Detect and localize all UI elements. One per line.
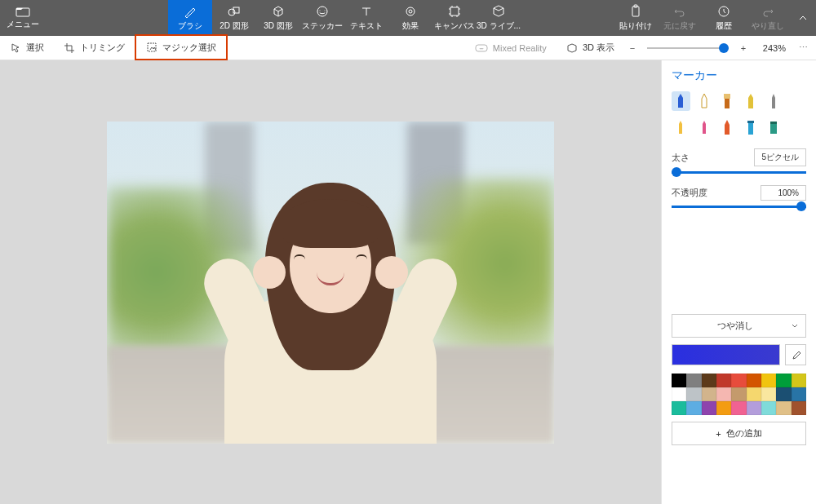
color-swatch[interactable] <box>731 387 746 401</box>
panel-title: マーカー <box>672 69 806 83</box>
history-icon <box>716 4 731 19</box>
menu-button[interactable]: メニュー <box>0 0 46 36</box>
color-swatch[interactable] <box>761 374 776 387</box>
color-swatch[interactable] <box>747 401 761 415</box>
sticker-icon <box>315 4 330 19</box>
crop-icon <box>64 42 75 54</box>
tab-2d-shapes[interactable]: 2D 図形 <box>212 0 256 36</box>
redo-icon <box>761 4 775 19</box>
color-swatch[interactable] <box>731 401 746 415</box>
color-swatch[interactable] <box>776 387 791 401</box>
tab-canvas[interactable]: キャンバス <box>432 0 477 36</box>
tool-oil-brush[interactable] <box>718 91 737 111</box>
svg-rect-15 <box>747 121 754 123</box>
color-swatch[interactable] <box>747 374 761 387</box>
opacity-value[interactable]: 100% <box>761 185 806 201</box>
paste-icon <box>628 4 643 19</box>
magic-select-button[interactable]: マジック選択 <box>135 34 228 60</box>
color-swatch[interactable] <box>716 387 731 401</box>
current-color[interactable] <box>672 344 780 365</box>
3d-view-button[interactable]: 3D 表示 <box>557 36 624 60</box>
redo-button[interactable]: やり直し <box>746 0 790 36</box>
history-button[interactable]: 履歴 <box>702 0 746 36</box>
tool-pencil[interactable] <box>765 91 783 111</box>
crop-button[interactable]: トリミング <box>54 36 135 60</box>
library-icon <box>491 4 506 19</box>
thickness-value[interactable]: 5ピクセル <box>754 148 806 166</box>
thickness-slider[interactable] <box>672 171 806 174</box>
color-swatch[interactable] <box>761 401 776 415</box>
color-swatch[interactable] <box>672 387 686 401</box>
label: 選択 <box>26 42 44 54</box>
tab-text[interactable]: テキスト <box>344 0 388 36</box>
color-swatch[interactable] <box>686 401 701 415</box>
more-button[interactable]: ⋯ <box>791 42 816 53</box>
zoom-out-button[interactable]: − <box>624 43 641 53</box>
color-swatch[interactable] <box>776 374 791 387</box>
image-canvas[interactable] <box>107 122 554 444</box>
svg-point-1 <box>228 9 235 15</box>
tool-pixel-pen[interactable] <box>672 117 690 137</box>
color-swatch[interactable] <box>672 374 686 387</box>
select-button[interactable]: 選択 <box>0 36 54 60</box>
canvas-area[interactable] <box>0 60 661 504</box>
mixed-reality-button: Mixed Reality <box>465 36 557 60</box>
tab-brush[interactable]: ブラシ <box>168 0 212 36</box>
color-swatch[interactable] <box>686 387 701 401</box>
tool-calligraphy[interactable] <box>695 91 714 111</box>
zoom-in-button[interactable]: + <box>735 43 752 53</box>
shapes-2d-icon <box>227 4 242 19</box>
color-swatch[interactable] <box>686 374 701 387</box>
label: マジック選択 <box>162 42 216 54</box>
folder-icon <box>16 6 30 17</box>
tool-marker[interactable] <box>672 91 690 111</box>
add-color-button[interactable]: + 色の追加 <box>672 422 806 445</box>
current-color-row <box>672 344 806 365</box>
eyedropper-icon <box>790 349 801 360</box>
thickness-label: 太さ <box>672 152 690 164</box>
sub-toolbar: 選択 トリミング マジック選択 Mixed Reality 3D 表示 − + … <box>0 36 816 60</box>
tab-3d-shapes[interactable]: 3D 図形 <box>256 0 300 36</box>
undo-icon <box>672 4 687 19</box>
svg-rect-17 <box>770 122 777 124</box>
label: 履歴 <box>716 20 732 32</box>
finish-dropdown[interactable]: つや消し <box>672 314 806 338</box>
svg-rect-7 <box>632 7 639 16</box>
color-swatch[interactable] <box>731 374 746 387</box>
collapse-button[interactable] <box>790 0 816 36</box>
tool-fill[interactable] <box>742 117 761 137</box>
tab-stickers[interactable]: ステッカー <box>300 0 344 36</box>
svg-point-4 <box>406 7 415 15</box>
zoom-slider[interactable] <box>647 47 729 49</box>
slider-thumb[interactable] <box>719 43 729 53</box>
color-swatch[interactable] <box>792 401 806 415</box>
color-swatch[interactable] <box>776 401 791 415</box>
tool-crayon[interactable] <box>695 117 714 137</box>
color-swatch[interactable] <box>716 374 731 387</box>
color-swatch[interactable] <box>702 374 716 387</box>
color-swatch[interactable] <box>792 387 806 401</box>
color-swatch[interactable] <box>761 387 776 401</box>
opacity-slider[interactable] <box>672 206 806 208</box>
undo-button[interactable]: 元に戻す <box>658 0 702 36</box>
slider-thumb[interactable] <box>672 167 681 177</box>
paste-button[interactable]: 貼り付け <box>614 0 658 36</box>
opacity-label: 不透明度 <box>672 187 707 199</box>
color-swatch[interactable] <box>702 387 716 401</box>
label: Mixed Reality <box>493 43 547 53</box>
color-swatch[interactable] <box>702 401 716 415</box>
eyedropper-button[interactable] <box>785 344 806 365</box>
tool-eraser2[interactable] <box>765 117 783 137</box>
chevron-down-icon <box>791 322 799 330</box>
tab-effects[interactable]: 効果 <box>388 0 432 36</box>
color-swatch[interactable] <box>672 401 686 415</box>
tool-watercolor[interactable] <box>742 91 761 111</box>
tool-spray[interactable] <box>718 117 737 137</box>
slider-thumb[interactable] <box>796 201 806 211</box>
zoom-value[interactable]: 243% <box>752 43 791 53</box>
label: トリミング <box>80 42 125 54</box>
color-swatch[interactable] <box>716 401 731 415</box>
color-swatch[interactable] <box>792 374 806 387</box>
tab-3d-library[interactable]: 3D ライブ... <box>477 0 521 36</box>
color-swatch[interactable] <box>747 387 761 401</box>
